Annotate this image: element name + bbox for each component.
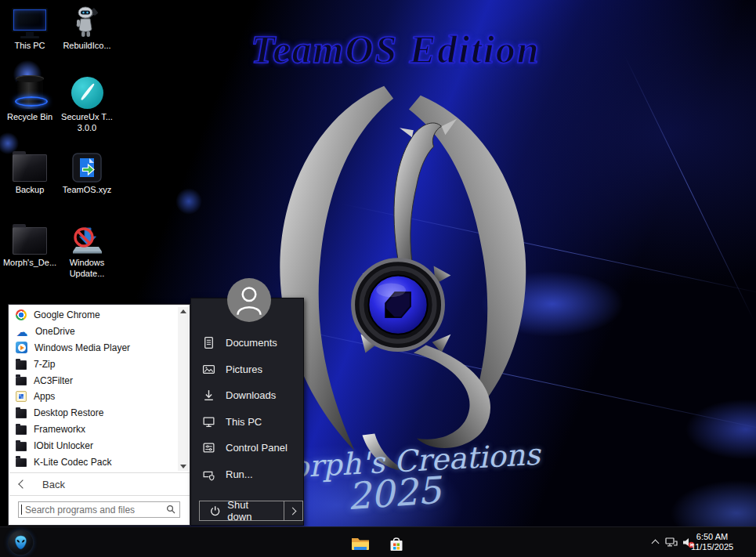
user-avatar[interactable] bbox=[227, 278, 271, 322]
pictures-icon bbox=[202, 363, 215, 376]
menu-item-this-pc[interactable]: This PC bbox=[191, 409, 303, 436]
download-arrow-icon bbox=[202, 389, 215, 402]
program-item-desktop-restore[interactable]: Desktop Restore bbox=[9, 405, 179, 421]
program-label: Apps bbox=[34, 391, 55, 402]
program-label: Frameworkx bbox=[34, 424, 85, 435]
dark-folder-icon bbox=[16, 442, 27, 451]
program-item-7zip[interactable]: 7-Zip bbox=[9, 356, 179, 372]
scroll-up-icon[interactable] bbox=[180, 309, 186, 313]
robot-icon bbox=[73, 5, 101, 38]
start-button[interactable] bbox=[9, 530, 33, 555]
chrome-icon bbox=[16, 309, 27, 320]
dark-folder-icon bbox=[16, 458, 27, 468]
desktop-icon-rebuildico[interactable]: RebuildIco... bbox=[58, 4, 116, 51]
apps-grid-icon bbox=[16, 391, 27, 402]
menu-item-downloads[interactable]: Downloads bbox=[191, 382, 303, 409]
shutdown-main[interactable]: Shut down bbox=[199, 501, 284, 521]
program-item-frameworkx[interactable]: Frameworkx bbox=[9, 421, 179, 438]
onedrive-cloud-icon bbox=[16, 326, 28, 338]
program-label: K-Lite Codec Pack bbox=[34, 457, 111, 468]
program-label: Google Chrome bbox=[34, 309, 100, 320]
taskbar-file-explorer[interactable] bbox=[349, 533, 371, 554]
program-list: Google Chrome OneDrive Windows Media Pla… bbox=[9, 307, 179, 470]
wallpaper-seam bbox=[624, 55, 754, 323]
media-player-icon bbox=[16, 342, 27, 353]
search-box bbox=[18, 501, 180, 518]
desktop-icon-windows-update[interactable]: Windows Update... bbox=[58, 221, 116, 279]
program-item-iobit-unlocker[interactable]: IObit Unlocker bbox=[9, 437, 179, 454]
program-label: IObit Unlocker bbox=[34, 440, 93, 451]
taskbar-microsoft-store[interactable] bbox=[385, 533, 407, 554]
desktop-icon-label: Windows bbox=[70, 258, 105, 268]
shutdown-label: Shut down bbox=[227, 499, 273, 523]
program-item-onedrive[interactable]: OneDrive bbox=[9, 324, 179, 340]
start-menu-places-panel: Documents Pictures Dow bbox=[190, 298, 304, 526]
program-item-windows-media-player[interactable]: Windows Media Player bbox=[9, 340, 179, 356]
desktop-icon-label: TeamOS.xyz bbox=[63, 185, 111, 195]
dark-folder-icon bbox=[16, 377, 27, 386]
program-label: Windows Media Player bbox=[34, 342, 130, 353]
program-item-apps[interactable]: Apps bbox=[9, 389, 179, 405]
desktop-icon-morphs-folder[interactable]: Morph's_De... bbox=[1, 221, 59, 268]
shutdown-options-arrow[interactable] bbox=[284, 501, 303, 521]
secureux-brush-icon bbox=[71, 77, 103, 109]
desktop-icon-secureux[interactable]: SecureUx T... 3.0.0 bbox=[58, 75, 116, 133]
network-icon[interactable] bbox=[665, 537, 678, 548]
run-window-icon bbox=[202, 468, 215, 481]
menu-item-run[interactable]: Run... bbox=[191, 461, 303, 488]
scroll-down-icon[interactable] bbox=[180, 465, 186, 468]
back-button[interactable]: Back bbox=[9, 474, 190, 494]
program-label: Desktop Restore bbox=[34, 407, 103, 418]
program-label: AC3Filter bbox=[34, 375, 73, 386]
user-silhouette-icon bbox=[227, 278, 271, 322]
desktop-icon-label: Backup bbox=[16, 185, 45, 195]
menu-item-label: Downloads bbox=[226, 389, 276, 401]
start-menu-programs-panel: Google Chrome OneDrive Windows Media Pla… bbox=[8, 304, 190, 526]
monitor-icon bbox=[202, 415, 215, 429]
dark-folder-icon bbox=[13, 227, 47, 255]
menu-item-documents[interactable]: Documents bbox=[191, 330, 303, 356]
program-item-klite-codec-pack[interactable]: K-Lite Codec Pack bbox=[9, 454, 179, 470]
start-menu: Google Chrome OneDrive Windows Media Pla… bbox=[8, 278, 304, 526]
menu-divider bbox=[9, 495, 190, 496]
shutdown-button[interactable]: Shut down bbox=[199, 501, 303, 521]
search-input[interactable] bbox=[18, 501, 180, 518]
dark-folder-icon bbox=[16, 425, 27, 435]
program-label: OneDrive bbox=[35, 326, 75, 337]
menu-item-label: This PC bbox=[226, 416, 262, 428]
text-caret bbox=[21, 505, 22, 515]
control-panel-icon bbox=[202, 441, 215, 454]
desktop-icon-backup[interactable]: Backup bbox=[1, 148, 59, 195]
program-item-ac3filter[interactable]: AC3Filter bbox=[9, 372, 179, 389]
desktop-icon-recycle-bin[interactable]: Recycle Bin bbox=[1, 75, 59, 122]
alien-head-icon bbox=[14, 535, 27, 550]
desktop-icon-teamos-xyz[interactable]: TeamOS.xyz bbox=[58, 148, 116, 195]
menu-item-label: Pictures bbox=[226, 363, 262, 375]
dark-folder-icon bbox=[16, 360, 27, 370]
this-pc-monitor-icon bbox=[12, 8, 48, 38]
taskbar-clock[interactable]: 6:50 AM 11/15/2025 bbox=[682, 532, 742, 552]
desktop-icon-this-pc[interactable]: This PC bbox=[1, 4, 59, 51]
clock-time: 6:50 AM bbox=[682, 532, 742, 542]
store-bag-icon bbox=[389, 535, 404, 552]
menu-item-control-panel[interactable]: Control Panel bbox=[191, 435, 303, 461]
desktop-icon-label: This PC bbox=[14, 41, 45, 51]
menu-divider bbox=[9, 472, 190, 473]
chevron-left-icon bbox=[18, 479, 27, 488]
teamos-file-icon bbox=[72, 153, 102, 183]
desktop-icon-label: RebuildIco... bbox=[63, 41, 110, 51]
desktop-icon-label-line2: 3.0.0 bbox=[78, 123, 96, 133]
program-list-scrollbar[interactable] bbox=[178, 307, 188, 471]
menu-item-label: Run... bbox=[226, 468, 253, 480]
clock-date: 11/15/2025 bbox=[682, 542, 742, 552]
menu-item-label: Control Panel bbox=[226, 442, 288, 454]
power-icon bbox=[210, 505, 220, 516]
program-label: 7-Zip bbox=[34, 359, 55, 370]
chevron-up-icon[interactable] bbox=[652, 540, 660, 548]
search-icon bbox=[166, 505, 175, 514]
wallpaper-edition-title: TeamOS Edition bbox=[200, 27, 591, 72]
menu-item-pictures[interactable]: Pictures bbox=[191, 356, 303, 383]
dragon-emblem bbox=[353, 260, 443, 350]
folder-icon bbox=[351, 536, 370, 552]
program-item-google-chrome[interactable]: Google Chrome bbox=[9, 307, 179, 324]
